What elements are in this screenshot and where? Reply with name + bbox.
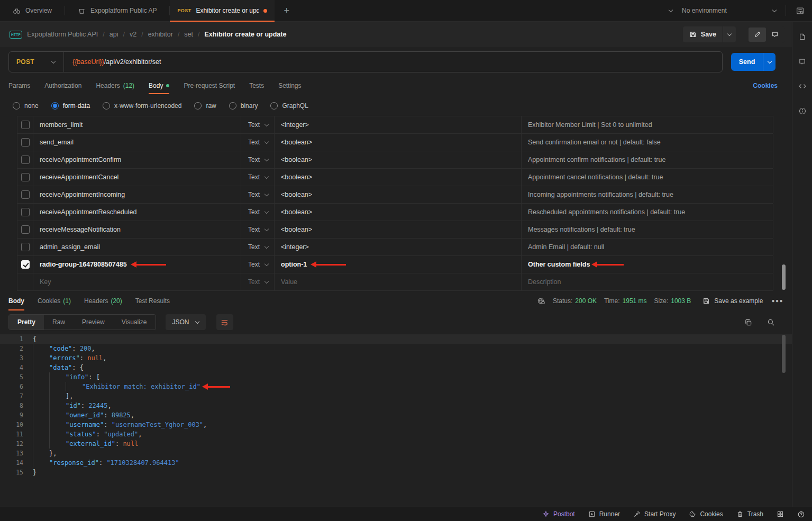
view-visualize[interactable]: Visualize bbox=[113, 315, 156, 330]
row-checkbox-cell[interactable] bbox=[17, 116, 33, 133]
row-key-field[interactable]: receiveMessageNotification bbox=[33, 221, 241, 238]
edit-button[interactable] bbox=[749, 28, 766, 42]
documentation-icon[interactable] bbox=[798, 32, 807, 41]
mode-binary[interactable]: binary bbox=[229, 102, 258, 109]
url-input[interactable]: {{baseUrl}}/api/v2/exhibitor/set bbox=[64, 58, 169, 66]
row-key-field[interactable]: admin_assign_email bbox=[33, 239, 241, 255]
row-key-field[interactable]: members_limit bbox=[33, 116, 241, 133]
row-type-select[interactable]: Text bbox=[241, 239, 275, 255]
row-key-field[interactable]: receiveAppointmentConfirm bbox=[33, 151, 241, 168]
row-checkbox-cell[interactable] bbox=[17, 204, 33, 221]
environment-quick-look-icon[interactable] bbox=[796, 6, 805, 15]
send-button[interactable]: Send bbox=[731, 53, 763, 71]
response-body-json[interactable]: 1{2"code": 200,3"errors": null,4"data": … bbox=[0, 334, 792, 477]
code-snippet-icon[interactable] bbox=[798, 82, 807, 90]
environment-selector[interactable]: No environment bbox=[682, 7, 776, 14]
tab-pre-request-script[interactable]: Pre-request Script bbox=[184, 78, 235, 94]
response-tab-body[interactable]: Body bbox=[8, 291, 24, 310]
breadcrumb-item[interactable]: Expoplatform Public API bbox=[27, 31, 105, 38]
view-raw[interactable]: Raw bbox=[44, 315, 74, 330]
row-key-field[interactable]: receiveAppointmentIncoming bbox=[33, 186, 241, 203]
form-scrollbar-thumb[interactable] bbox=[782, 264, 786, 290]
row-description-field[interactable]: Admin Email | default: null bbox=[522, 239, 773, 255]
help-icon[interactable] bbox=[797, 510, 805, 518]
network-globe-icon[interactable] bbox=[537, 297, 545, 305]
checkbox-icon[interactable] bbox=[21, 243, 30, 251]
row-description-field[interactable]: Appointment confirm notifications | defa… bbox=[522, 151, 773, 168]
checkbox-icon[interactable] bbox=[21, 208, 30, 216]
row-key-field[interactable]: receiveAppointmentCancel bbox=[33, 169, 241, 186]
row-description-field[interactable]: Exhibitor Member Limit | Set 0 to unlimi… bbox=[522, 116, 773, 133]
response-tab-headers[interactable]: Headers(20) bbox=[84, 291, 122, 310]
row-value-field[interactable]: <boolean> bbox=[275, 186, 522, 203]
row-key-field[interactable]: radio-group-1647808507485 bbox=[33, 256, 241, 273]
breadcrumb-item[interactable]: v2 bbox=[130, 31, 143, 38]
row-checkbox-cell[interactable] bbox=[17, 134, 33, 151]
response-tab-cookies[interactable]: Cookies(1) bbox=[38, 291, 71, 310]
row-description-field[interactable]: Send confirmation email or not | default… bbox=[522, 134, 773, 151]
mode-raw[interactable]: raw bbox=[194, 102, 216, 109]
row-value-field[interactable]: option-1 bbox=[275, 256, 522, 273]
row-key-field[interactable]: send_email bbox=[33, 134, 241, 151]
row-type-select[interactable]: Text bbox=[241, 186, 275, 203]
row-description-field[interactable]: Other custom fields bbox=[522, 256, 773, 273]
copy-icon[interactable] bbox=[744, 318, 752, 326]
row-value-field[interactable]: <boolean> bbox=[275, 169, 522, 186]
row-value-field[interactable]: Value bbox=[275, 273, 522, 290]
send-options-button[interactable] bbox=[763, 53, 775, 71]
tab-overview[interactable]: Overview bbox=[0, 0, 65, 21]
row-type-select[interactable]: Text bbox=[241, 151, 275, 168]
wrap-line-button[interactable] bbox=[216, 314, 233, 330]
checkbox-icon[interactable] bbox=[21, 138, 30, 147]
row-checkbox-cell[interactable] bbox=[17, 221, 33, 238]
format-select[interactable]: JSON bbox=[166, 314, 206, 330]
tab-body[interactable]: Body bbox=[149, 78, 169, 94]
view-pretty[interactable]: Pretty bbox=[9, 315, 44, 330]
response-tab-test-results[interactable]: Test Results bbox=[135, 291, 170, 310]
row-value-field[interactable]: <integer> bbox=[275, 239, 522, 255]
tab-request-active[interactable]: POST Exhibitor create or update bbox=[170, 0, 274, 21]
breadcrumb-item[interactable]: exhibitor bbox=[148, 31, 180, 38]
tab-collection[interactable]: Expoplatform Public AP bbox=[65, 0, 169, 21]
start-proxy-button[interactable]: Start Proxy bbox=[633, 510, 676, 518]
tab-settings[interactable]: Settings bbox=[278, 78, 301, 94]
cookies-link[interactable]: Cookies bbox=[753, 82, 778, 89]
save-as-example-button[interactable]: Save as example bbox=[702, 297, 763, 305]
view-preview[interactable]: Preview bbox=[74, 315, 113, 330]
mode-x-www-form-urlencoded[interactable]: x-www-form-urlencoded bbox=[103, 102, 181, 109]
panel-layout-icon[interactable] bbox=[777, 510, 784, 518]
method-select[interactable]: POST bbox=[9, 52, 64, 72]
checkbox-icon[interactable] bbox=[21, 225, 30, 234]
save-button[interactable]: Save bbox=[683, 26, 723, 42]
checkbox-checked-icon[interactable] bbox=[21, 260, 30, 269]
row-description-field[interactable]: Description bbox=[522, 273, 773, 290]
row-checkbox-cell[interactable] bbox=[17, 239, 33, 255]
row-checkbox-cell[interactable] bbox=[17, 186, 33, 203]
row-type-select[interactable]: Text bbox=[241, 273, 275, 290]
checkbox-icon[interactable] bbox=[21, 156, 30, 164]
comment-button[interactable] bbox=[766, 28, 783, 42]
row-description-field[interactable]: Messages notifications | default: true bbox=[522, 221, 773, 238]
comments-icon[interactable] bbox=[798, 57, 807, 66]
mode-form-data[interactable]: form-data bbox=[51, 102, 90, 109]
mode-graphql[interactable]: GraphQL bbox=[270, 102, 308, 109]
row-value-field[interactable]: <boolean> bbox=[275, 204, 522, 221]
postbot-button[interactable]: Postbot bbox=[542, 510, 575, 518]
tab-tests[interactable]: Tests bbox=[249, 78, 264, 94]
row-checkbox-cell[interactable] bbox=[17, 169, 33, 186]
mode-none[interactable]: none bbox=[13, 102, 39, 109]
row-type-select[interactable]: Text bbox=[241, 256, 275, 273]
info-icon[interactable] bbox=[798, 107, 807, 115]
row-key-field[interactable]: receiveAppointmentRescheduled bbox=[33, 204, 241, 221]
row-value-field[interactable]: <integer> bbox=[275, 116, 522, 133]
breadcrumb-item[interactable]: api bbox=[110, 31, 125, 38]
new-tab-button[interactable]: + bbox=[275, 0, 299, 21]
checkbox-icon[interactable] bbox=[21, 190, 30, 199]
cookies-button[interactable]: Cookies bbox=[689, 510, 723, 518]
row-description-field[interactable]: Rescheduled appointments notifications |… bbox=[522, 204, 773, 221]
tab-params[interactable]: Params bbox=[8, 78, 30, 94]
row-type-select[interactable]: Text bbox=[241, 221, 275, 238]
trash-button[interactable]: Trash bbox=[736, 510, 763, 518]
row-value-field[interactable]: <boolean> bbox=[275, 221, 522, 238]
tab-overflow-chevron-icon[interactable] bbox=[669, 7, 673, 12]
